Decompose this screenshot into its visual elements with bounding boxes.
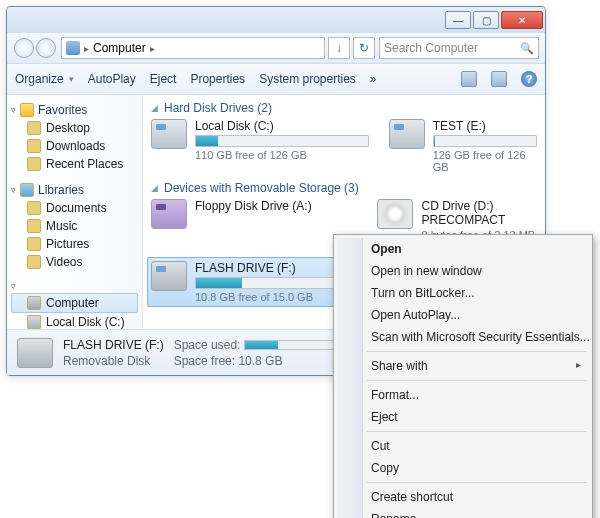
status-used-label: Space used:	[174, 338, 241, 352]
computer-icon	[66, 41, 80, 55]
view-button[interactable]	[461, 71, 477, 87]
ctx-separator	[367, 380, 587, 381]
ctx-separator	[367, 431, 587, 432]
status-free-value: 10.8 GB	[238, 354, 282, 368]
folder-icon	[27, 157, 41, 171]
command-bar: Organize AutoPlay Eject Properties Syste…	[7, 63, 545, 95]
sidebar-item-desktop[interactable]: Desktop	[11, 119, 138, 137]
ctx-open-new-window[interactable]: Open in new window	[337, 260, 589, 282]
capacity-bar	[195, 135, 369, 147]
drive-meta: 110 GB free of 126 GB	[195, 149, 369, 161]
titlebar[interactable]: — ▢ ✕	[7, 7, 545, 33]
ctx-rename[interactable]: Rename	[337, 508, 589, 518]
ctx-create-shortcut[interactable]: Create shortcut	[337, 486, 589, 508]
drive-name: Floppy Disk Drive (A:)	[195, 199, 357, 213]
sidebar-libraries-label: Libraries	[38, 183, 84, 197]
ctx-format[interactable]: Format...	[337, 384, 589, 406]
sidebar-item-documents[interactable]: Documents	[11, 199, 138, 217]
context-menu: Open Open in new window Turn on BitLocke…	[333, 234, 593, 518]
breadcrumb-chevron[interactable]: ▸	[84, 43, 89, 54]
preview-pane-button[interactable]	[491, 71, 507, 87]
autoplay-button[interactable]: AutoPlay	[88, 72, 136, 86]
folder-icon	[27, 201, 41, 215]
sidebar-item-music[interactable]: Music	[11, 217, 138, 235]
sidebar-item-recent[interactable]: Recent Places	[11, 155, 138, 173]
address-bar[interactable]: ▸ Computer ▸	[61, 37, 325, 59]
ctx-separator	[367, 482, 587, 483]
sidebar-computer-header[interactable]	[11, 281, 138, 291]
ctx-share-with[interactable]: Share with	[337, 355, 589, 377]
capacity-bar	[433, 135, 537, 147]
close-button[interactable]: ✕	[501, 11, 543, 29]
sidebar-item-pictures[interactable]: Pictures	[11, 235, 138, 253]
folder-icon	[27, 255, 41, 269]
sidebar-item-computer[interactable]: Computer	[11, 293, 138, 313]
hdd-icon	[151, 119, 187, 149]
maximize-button[interactable]: ▢	[473, 11, 499, 29]
minimize-button[interactable]: —	[445, 11, 471, 29]
help-button[interactable]: ?	[521, 71, 537, 87]
breadcrumb-chevron[interactable]: ▸	[150, 43, 155, 54]
folder-icon	[27, 121, 41, 135]
nav-bar: ▸ Computer ▸ ↓ ↻ Search Computer 🔍	[7, 33, 545, 63]
system-properties-button[interactable]: System properties	[259, 72, 356, 86]
ctx-open[interactable]: Open	[337, 238, 589, 260]
computer-icon	[27, 296, 41, 310]
ctx-cut[interactable]: Cut	[337, 435, 589, 457]
cd-icon	[377, 199, 413, 229]
forward-button[interactable]	[36, 38, 56, 58]
go-button[interactable]: ↓	[328, 37, 350, 59]
folder-icon	[27, 219, 41, 233]
sidebar-favorites-label: Favorites	[38, 103, 87, 117]
nav-back-forward[interactable]	[13, 36, 57, 60]
ctx-open-autoplay[interactable]: Open AutoPlay...	[337, 304, 589, 326]
drive-name: CD Drive (D:) PRECOMPACT	[421, 199, 537, 227]
search-input[interactable]: Search Computer 🔍	[379, 37, 539, 59]
drive-local-c[interactable]: Local Disk (C:) 110 GB free of 126 GB	[151, 119, 369, 173]
ctx-scan[interactable]: Scan with Microsoft Security Essentials.…	[337, 326, 589, 348]
disk-icon	[27, 315, 41, 329]
ctx-eject[interactable]: Eject	[337, 406, 589, 428]
sidebar-item-downloads[interactable]: Downloads	[11, 137, 138, 155]
drive-test-e[interactable]: TEST (E:) 126 GB free of 126 GB	[389, 119, 537, 173]
folder-icon	[27, 237, 41, 251]
hdd-icon	[389, 119, 425, 149]
status-free-label: Space free:	[174, 354, 235, 368]
sidebar-favorites-header[interactable]: Favorites	[11, 103, 138, 117]
status-subtitle: Removable Disk	[63, 354, 164, 368]
group-removable-header[interactable]: Devices with Removable Storage (3)	[151, 181, 537, 195]
star-icon	[20, 103, 34, 117]
drive-meta: 126 GB free of 126 GB	[433, 149, 537, 173]
libraries-icon	[20, 183, 34, 197]
eject-button[interactable]: Eject	[150, 72, 177, 86]
drive-floppy-a[interactable]: Floppy Disk Drive (A:)	[151, 199, 357, 253]
flash-drive-icon	[151, 261, 187, 291]
breadcrumb-root[interactable]: Computer	[93, 41, 146, 55]
flash-drive-icon	[17, 338, 53, 368]
floppy-icon	[151, 199, 187, 229]
properties-button[interactable]: Properties	[190, 72, 245, 86]
back-button[interactable]	[14, 38, 34, 58]
ctx-bitlocker[interactable]: Turn on BitLocker...	[337, 282, 589, 304]
more-button[interactable]: »	[370, 72, 377, 86]
sidebar-item-local-disk[interactable]: Local Disk (C:)	[11, 313, 138, 329]
refresh-button[interactable]: ↻	[353, 37, 375, 59]
search-icon: 🔍	[520, 42, 534, 55]
group-hdd-header[interactable]: Hard Disk Drives (2)	[151, 101, 537, 115]
sidebar-libraries-header[interactable]: Libraries	[11, 183, 138, 197]
sidebar-item-videos[interactable]: Videos	[11, 253, 138, 271]
drive-name: Local Disk (C:)	[195, 119, 369, 133]
ctx-copy[interactable]: Copy	[337, 457, 589, 479]
search-placeholder: Search Computer	[384, 41, 516, 55]
nav-tree[interactable]: Favorites Desktop Downloads Recent Place…	[7, 95, 143, 329]
drive-name: TEST (E:)	[433, 119, 537, 133]
folder-icon	[27, 139, 41, 153]
status-title: FLASH DRIVE (F:)	[63, 338, 164, 352]
ctx-separator	[367, 351, 587, 352]
organize-button[interactable]: Organize	[15, 72, 74, 86]
